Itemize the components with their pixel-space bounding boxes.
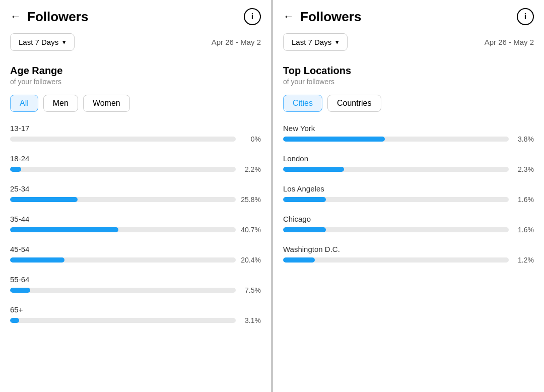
bar-pct: 2.2% xyxy=(241,165,261,173)
left-date-row: Last 7 Days ▾ Apr 26 - May 2 xyxy=(10,33,261,51)
bar-bg xyxy=(10,137,236,142)
left-back-button[interactable]: ← xyxy=(10,10,21,23)
bar-label: New York xyxy=(283,124,534,133)
location-bar-row: Los Angeles 1.6% xyxy=(283,184,534,204)
bar-fill xyxy=(10,288,30,293)
bar-pct: 3.8% xyxy=(514,135,534,143)
bar-pct: 1.6% xyxy=(514,226,534,234)
bar-track: 3.8% xyxy=(283,135,534,143)
bar-fill xyxy=(283,167,344,172)
left-header: ← Followers i xyxy=(10,8,261,25)
bar-track: 1.2% xyxy=(283,256,534,264)
tab-all[interactable]: All xyxy=(10,95,38,112)
bar-bg xyxy=(10,227,236,232)
bar-fill xyxy=(283,257,315,263)
bar-label: 35-44 xyxy=(10,215,261,223)
right-page-title: Followers xyxy=(300,9,361,25)
bar-fill xyxy=(10,167,21,172)
left-page-title: Followers xyxy=(27,9,88,25)
left-bars-container: 13-17 0% 18-24 2.2% 25-34 25.8% xyxy=(10,124,261,324)
bar-pct: 25.8% xyxy=(241,195,261,204)
bar-label: 25-34 xyxy=(10,184,261,193)
bar-bg xyxy=(10,318,236,323)
bar-pct: 20.4% xyxy=(241,256,261,264)
age-bar-row: 45-54 20.4% xyxy=(10,245,261,264)
right-section-sub: of your followers xyxy=(283,78,534,86)
bar-pct: 1.2% xyxy=(514,256,534,264)
bar-pct: 1.6% xyxy=(514,195,534,204)
bar-fill xyxy=(10,197,78,202)
left-section-sub: of your followers xyxy=(10,78,261,86)
right-tabs: Cities Countries xyxy=(283,95,534,112)
bar-track: 40.7% xyxy=(10,226,261,234)
bar-track: 3.1% xyxy=(10,316,261,324)
right-back-button[interactable]: ← xyxy=(283,10,294,23)
bar-fill xyxy=(10,257,64,263)
bar-label: London xyxy=(283,154,534,163)
bar-pct: 40.7% xyxy=(241,226,261,234)
bar-track: 25.8% xyxy=(10,195,261,204)
location-bar-row: London 2.3% xyxy=(283,154,534,173)
right-date-label: Last 7 Days xyxy=(292,38,331,46)
bar-fill xyxy=(283,227,326,232)
tab-cities[interactable]: Cities xyxy=(283,95,322,112)
bar-pct: 2.3% xyxy=(514,165,534,173)
bar-bg xyxy=(283,227,509,232)
location-bar-row: Washington D.C. 1.2% xyxy=(283,245,534,264)
age-bar-row: 18-24 2.2% xyxy=(10,154,261,173)
right-date-selector[interactable]: Last 7 Days ▾ xyxy=(283,33,348,51)
bar-pct: 0% xyxy=(241,135,261,143)
left-info-icon[interactable]: i xyxy=(244,8,261,25)
bar-track: 2.3% xyxy=(283,165,534,173)
tab-women[interactable]: Women xyxy=(83,95,130,112)
right-panel: ← Followers i Last 7 Days ▾ Apr 26 - May… xyxy=(273,0,544,392)
left-date-selector[interactable]: Last 7 Days ▾ xyxy=(10,33,75,51)
bar-track: 1.6% xyxy=(283,226,534,234)
bar-track: 0% xyxy=(10,135,261,143)
tab-countries[interactable]: Countries xyxy=(327,95,381,112)
bar-bg xyxy=(283,167,509,172)
bar-label: Chicago xyxy=(283,215,534,223)
bar-label: 13-17 xyxy=(10,124,261,133)
tab-men[interactable]: Men xyxy=(43,95,78,112)
bar-track: 20.4% xyxy=(10,256,261,264)
age-bar-row: 65+ 3.1% xyxy=(10,305,261,324)
right-info-icon[interactable]: i xyxy=(517,8,534,25)
bar-fill xyxy=(283,137,385,142)
bar-track: 2.2% xyxy=(10,165,261,173)
bar-pct: 3.1% xyxy=(241,316,261,324)
right-date-range: Apr 26 - May 2 xyxy=(485,38,534,46)
right-section-title: Top Locations xyxy=(283,65,534,77)
location-bar-row: Chicago 1.6% xyxy=(283,215,534,234)
bar-label: 18-24 xyxy=(10,154,261,163)
bar-bg xyxy=(283,197,509,202)
bar-bg xyxy=(10,257,236,263)
right-chevron-icon: ▾ xyxy=(335,38,339,46)
age-bar-row: 55-64 7.5% xyxy=(10,275,261,294)
bar-track: 1.6% xyxy=(283,195,534,204)
left-date-label: Last 7 Days xyxy=(19,38,58,46)
bar-bg xyxy=(10,288,236,293)
age-bar-row: 35-44 40.7% xyxy=(10,215,261,234)
bar-track: 7.5% xyxy=(10,286,261,294)
bar-fill xyxy=(10,318,19,323)
location-bar-row: New York 3.8% xyxy=(283,124,534,143)
right-bars-container: New York 3.8% London 2.3% Los Angeles xyxy=(283,124,534,264)
bar-bg xyxy=(283,137,509,142)
left-panel: ← Followers i Last 7 Days ▾ Apr 26 - May… xyxy=(0,0,271,392)
bar-bg xyxy=(10,167,236,172)
left-date-range: Apr 26 - May 2 xyxy=(212,38,261,46)
left-section-title: Age Range xyxy=(10,65,261,77)
bar-label: Washington D.C. xyxy=(283,245,534,253)
bar-fill xyxy=(283,197,326,202)
left-tabs: All Men Women xyxy=(10,95,261,112)
bar-label: 55-64 xyxy=(10,275,261,284)
age-bar-row: 13-17 0% xyxy=(10,124,261,143)
bar-label: 45-54 xyxy=(10,245,261,253)
right-date-row: Last 7 Days ▾ Apr 26 - May 2 xyxy=(283,33,534,51)
bar-label: Los Angeles xyxy=(283,184,534,193)
bar-bg xyxy=(10,197,236,202)
bar-label: 65+ xyxy=(10,305,261,314)
age-bar-row: 25-34 25.8% xyxy=(10,184,261,204)
bar-fill xyxy=(10,227,118,232)
